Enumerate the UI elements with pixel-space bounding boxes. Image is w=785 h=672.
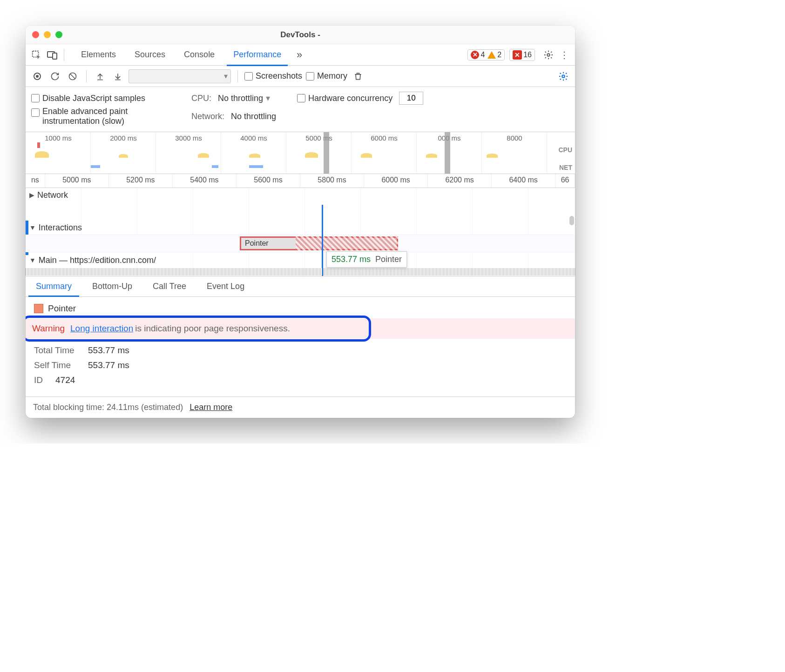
selection-handle-left[interactable] — [324, 132, 329, 174]
main-track-header[interactable]: ▼ Main — https://edition.cnn.com/ — [26, 253, 575, 267]
tab-console[interactable]: Console — [175, 44, 224, 66]
warnings-badge[interactable]: 2 — [487, 51, 501, 59]
detail-ruler[interactable]: ns 5000 ms 5200 ms 5400 ms 5600 ms 5800 … — [26, 174, 575, 188]
screenshots-checkbox-input[interactable] — [244, 72, 253, 81]
extension-badge[interactable]: ✕ 16 — [509, 49, 535, 61]
disable-js-checkbox-input[interactable] — [31, 94, 40, 102]
clear-button[interactable] — [66, 69, 80, 83]
flame-ticks — [26, 268, 575, 276]
enable-paint-checkbox[interactable]: Enable advanced paint instrumentation (s… — [31, 107, 185, 126]
screenshots-checkbox[interactable]: Screenshots — [244, 71, 302, 81]
gc-button[interactable] — [351, 69, 365, 83]
enable-paint-checkbox-input[interactable] — [31, 108, 40, 117]
svg-rect-2 — [53, 53, 57, 59]
cpu-hump — [487, 154, 498, 158]
hw-concurrency-checkbox[interactable]: Hardware concurrency — [297, 94, 392, 103]
svg-point-7 — [562, 75, 565, 78]
cpu-hump — [198, 153, 209, 158]
id-key: ID — [34, 375, 48, 385]
memory-label: Memory — [317, 71, 347, 81]
net-bar — [249, 165, 263, 168]
warning-icon — [487, 51, 496, 59]
console-issues-badge[interactable]: ✕ 4 2 — [467, 49, 505, 60]
main-track-label: Main — https://edition.cnn.com/ — [39, 255, 156, 265]
errors-badge[interactable]: ✕ 4 — [471, 51, 485, 59]
hw-concurrency-label: Hardware concurrency — [308, 94, 392, 103]
disable-js-label: Disable JavaScript samples — [42, 94, 145, 103]
hw-concurrency-input[interactable] — [399, 92, 423, 105]
interaction-block-label: Pointer — [245, 239, 269, 248]
more-menu-icon[interactable]: ⋮ — [557, 48, 571, 62]
total-time-value: 553.77 ms — [88, 345, 129, 356]
cpu-throttle-select[interactable]: No throttling ▾ — [218, 93, 270, 103]
interactions-lane[interactable]: Pointer — [26, 235, 575, 252]
tab-performance[interactable]: Performance — [224, 44, 291, 66]
memory-checkbox-input[interactable] — [306, 72, 314, 81]
dtab-event-log[interactable]: Event Log — [196, 276, 255, 296]
overview-ticks: 1000 ms 2000 ms 3000 ms 4000 ms 5000 ms … — [26, 132, 575, 142]
network-track-header[interactable]: ▶ Network — [26, 188, 575, 202]
record-button[interactable] — [30, 69, 44, 83]
overview-tick: 6000 ms — [352, 134, 417, 142]
network-label: Network: — [191, 112, 224, 121]
interaction-block-pointer[interactable]: Pointer — [240, 236, 398, 250]
separator — [86, 70, 87, 82]
overview-cpu-label: CPU — [558, 146, 572, 154]
overview-marker — [37, 142, 40, 148]
more-tabs-icon[interactable]: » — [292, 48, 306, 62]
extension-count: 16 — [523, 51, 532, 59]
warnings-count: 2 — [497, 51, 501, 59]
device-toolbar-icon[interactable] — [45, 48, 59, 62]
inspect-element-icon[interactable] — [29, 48, 43, 62]
cpu-hump — [249, 154, 260, 158]
dtab-call-tree[interactable]: Call Tree — [142, 276, 196, 296]
tab-sources[interactable]: Sources — [125, 44, 175, 66]
id-row: ID 4724 — [34, 375, 567, 385]
window-title: DevTools - — [26, 30, 575, 40]
selection-handle-right[interactable] — [445, 132, 450, 174]
summary-title: Pointer — [48, 303, 76, 314]
warning-label: Warning — [32, 323, 65, 334]
overview-tick: 1000 ms — [26, 134, 91, 142]
ruler-tick: 6200 ms — [428, 174, 492, 188]
ruler-tick: 66 — [555, 174, 575, 188]
pointer-swatch-icon — [34, 304, 43, 313]
upload-profile-button[interactable] — [93, 69, 107, 83]
extension-icon: ✕ — [513, 50, 522, 60]
tab-elements[interactable]: Elements — [72, 44, 125, 66]
ruler-tick: 5800 ms — [300, 174, 364, 188]
network-throttle-value: No throttling — [231, 112, 276, 121]
settings-gear-icon[interactable] — [541, 48, 555, 62]
flame-chart[interactable]: ▶ Network ▼ Interactions Pointer 553.77 … — [26, 188, 575, 276]
learn-more-link[interactable]: Learn more — [189, 403, 232, 412]
ruler-tick: 5200 ms — [109, 174, 173, 188]
id-value: 4724 — [55, 375, 75, 385]
recording-selector[interactable]: ▾ — [129, 69, 231, 83]
dtab-bottom-up[interactable]: Bottom-Up — [82, 276, 142, 296]
overview-tick: 3000 ms — [156, 134, 221, 142]
long-interaction-link[interactable]: Long interaction — [70, 323, 133, 334]
net-bar — [212, 165, 218, 168]
collapse-icon: ▼ — [29, 256, 36, 264]
svg-point-3 — [547, 54, 550, 56]
overview-tick: 4000 ms — [221, 134, 286, 142]
hw-concurrency-checkbox-input[interactable] — [297, 94, 305, 102]
devtools-window: DevTools - Elements Sources Console Perf… — [26, 26, 575, 418]
timeline-overview[interactable]: 1000 ms 2000 ms 3000 ms 4000 ms 5000 ms … — [26, 132, 575, 174]
window-titlebar: DevTools - — [26, 26, 575, 44]
dtab-summary[interactable]: Summary — [26, 276, 82, 296]
ruler-tick: 6000 ms — [364, 174, 428, 188]
cpu-hump — [361, 153, 372, 158]
capture-settings-gear-icon[interactable] — [556, 69, 570, 83]
errors-count: 4 — [480, 51, 485, 59]
interactions-track-header[interactable]: ▼ Interactions — [26, 221, 575, 235]
download-profile-button[interactable] — [111, 69, 125, 83]
ruler-tick: 5400 ms — [173, 174, 237, 188]
memory-checkbox[interactable]: Memory — [306, 71, 347, 81]
self-time-row: Self Time 553.77 ms — [34, 360, 567, 370]
network-throttle-select[interactable]: No throttling — [231, 112, 276, 121]
capture-options: Disable JavaScript samples CPU: No throt… — [26, 87, 575, 132]
scroll-thumb[interactable] — [569, 216, 574, 225]
disable-js-checkbox[interactable]: Disable JavaScript samples — [31, 94, 185, 103]
reload-record-button[interactable] — [48, 69, 62, 83]
